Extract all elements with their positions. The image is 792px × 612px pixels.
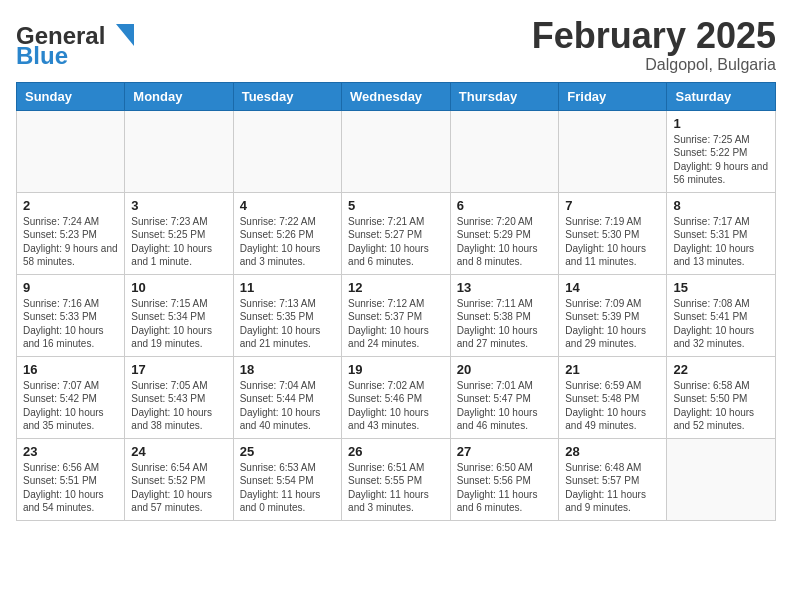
svg-marker-2	[116, 24, 134, 46]
day-info: Sunrise: 7:15 AM Sunset: 5:34 PM Dayligh…	[131, 297, 226, 351]
day-number: 17	[131, 362, 226, 377]
calendar-cell: 8Sunrise: 7:17 AM Sunset: 5:31 PM Daylig…	[667, 192, 776, 274]
day-number: 22	[673, 362, 769, 377]
calendar-cell	[17, 110, 125, 192]
day-number: 9	[23, 280, 118, 295]
day-number: 3	[131, 198, 226, 213]
weekday-header-friday: Friday	[559, 82, 667, 110]
calendar-cell	[342, 110, 451, 192]
day-number: 4	[240, 198, 335, 213]
calendar-week-row: 2Sunrise: 7:24 AM Sunset: 5:23 PM Daylig…	[17, 192, 776, 274]
day-number: 28	[565, 444, 660, 459]
day-info: Sunrise: 7:08 AM Sunset: 5:41 PM Dayligh…	[673, 297, 769, 351]
day-number: 20	[457, 362, 553, 377]
day-info: Sunrise: 7:09 AM Sunset: 5:39 PM Dayligh…	[565, 297, 660, 351]
calendar-cell: 15Sunrise: 7:08 AM Sunset: 5:41 PM Dayli…	[667, 274, 776, 356]
day-info: Sunrise: 6:56 AM Sunset: 5:51 PM Dayligh…	[23, 461, 118, 515]
day-info: Sunrise: 7:22 AM Sunset: 5:26 PM Dayligh…	[240, 215, 335, 269]
day-number: 15	[673, 280, 769, 295]
day-info: Sunrise: 7:21 AM Sunset: 5:27 PM Dayligh…	[348, 215, 444, 269]
calendar-cell	[667, 438, 776, 520]
location-subtitle: Dalgopol, Bulgaria	[532, 56, 776, 74]
day-info: Sunrise: 6:51 AM Sunset: 5:55 PM Dayligh…	[348, 461, 444, 515]
day-number: 13	[457, 280, 553, 295]
calendar-cell	[233, 110, 341, 192]
day-number: 25	[240, 444, 335, 459]
calendar-cell	[125, 110, 233, 192]
calendar-cell: 3Sunrise: 7:23 AM Sunset: 5:25 PM Daylig…	[125, 192, 233, 274]
calendar-cell: 13Sunrise: 7:11 AM Sunset: 5:38 PM Dayli…	[450, 274, 559, 356]
day-info: Sunrise: 6:59 AM Sunset: 5:48 PM Dayligh…	[565, 379, 660, 433]
day-number: 18	[240, 362, 335, 377]
day-info: Sunrise: 6:58 AM Sunset: 5:50 PM Dayligh…	[673, 379, 769, 433]
day-number: 16	[23, 362, 118, 377]
calendar-week-row: 23Sunrise: 6:56 AM Sunset: 5:51 PM Dayli…	[17, 438, 776, 520]
calendar-table: SundayMondayTuesdayWednesdayThursdayFrid…	[16, 82, 776, 521]
day-number: 23	[23, 444, 118, 459]
calendar-cell: 10Sunrise: 7:15 AM Sunset: 5:34 PM Dayli…	[125, 274, 233, 356]
day-number: 24	[131, 444, 226, 459]
weekday-header-tuesday: Tuesday	[233, 82, 341, 110]
calendar-cell: 21Sunrise: 6:59 AM Sunset: 5:48 PM Dayli…	[559, 356, 667, 438]
calendar-cell: 26Sunrise: 6:51 AM Sunset: 5:55 PM Dayli…	[342, 438, 451, 520]
day-number: 14	[565, 280, 660, 295]
day-number: 21	[565, 362, 660, 377]
day-number: 26	[348, 444, 444, 459]
calendar-cell: 7Sunrise: 7:19 AM Sunset: 5:30 PM Daylig…	[559, 192, 667, 274]
day-number: 10	[131, 280, 226, 295]
weekday-header-saturday: Saturday	[667, 82, 776, 110]
day-info: Sunrise: 7:19 AM Sunset: 5:30 PM Dayligh…	[565, 215, 660, 269]
calendar-cell: 4Sunrise: 7:22 AM Sunset: 5:26 PM Daylig…	[233, 192, 341, 274]
svg-text:Blue: Blue	[16, 42, 68, 66]
day-number: 6	[457, 198, 553, 213]
day-info: Sunrise: 7:01 AM Sunset: 5:47 PM Dayligh…	[457, 379, 553, 433]
calendar-cell: 6Sunrise: 7:20 AM Sunset: 5:29 PM Daylig…	[450, 192, 559, 274]
day-info: Sunrise: 7:12 AM Sunset: 5:37 PM Dayligh…	[348, 297, 444, 351]
day-number: 8	[673, 198, 769, 213]
weekday-header-thursday: Thursday	[450, 82, 559, 110]
calendar-week-row: 1Sunrise: 7:25 AM Sunset: 5:22 PM Daylig…	[17, 110, 776, 192]
weekday-header-sunday: Sunday	[17, 82, 125, 110]
day-info: Sunrise: 7:13 AM Sunset: 5:35 PM Dayligh…	[240, 297, 335, 351]
day-number: 1	[673, 116, 769, 131]
day-info: Sunrise: 6:50 AM Sunset: 5:56 PM Dayligh…	[457, 461, 553, 515]
header: General Blue February 2025 Dalgopol, Bul…	[16, 16, 776, 74]
logo: General Blue	[16, 16, 146, 66]
day-info: Sunrise: 7:04 AM Sunset: 5:44 PM Dayligh…	[240, 379, 335, 433]
calendar-cell: 14Sunrise: 7:09 AM Sunset: 5:39 PM Dayli…	[559, 274, 667, 356]
calendar-week-row: 9Sunrise: 7:16 AM Sunset: 5:33 PM Daylig…	[17, 274, 776, 356]
calendar-cell: 23Sunrise: 6:56 AM Sunset: 5:51 PM Dayli…	[17, 438, 125, 520]
day-info: Sunrise: 6:54 AM Sunset: 5:52 PM Dayligh…	[131, 461, 226, 515]
day-info: Sunrise: 7:11 AM Sunset: 5:38 PM Dayligh…	[457, 297, 553, 351]
day-number: 11	[240, 280, 335, 295]
calendar-cell: 18Sunrise: 7:04 AM Sunset: 5:44 PM Dayli…	[233, 356, 341, 438]
day-number: 27	[457, 444, 553, 459]
calendar-cell: 17Sunrise: 7:05 AM Sunset: 5:43 PM Dayli…	[125, 356, 233, 438]
calendar-cell	[450, 110, 559, 192]
calendar-cell: 27Sunrise: 6:50 AM Sunset: 5:56 PM Dayli…	[450, 438, 559, 520]
calendar-cell: 24Sunrise: 6:54 AM Sunset: 5:52 PM Dayli…	[125, 438, 233, 520]
day-info: Sunrise: 7:23 AM Sunset: 5:25 PM Dayligh…	[131, 215, 226, 269]
calendar-cell: 19Sunrise: 7:02 AM Sunset: 5:46 PM Dayli…	[342, 356, 451, 438]
day-info: Sunrise: 7:24 AM Sunset: 5:23 PM Dayligh…	[23, 215, 118, 269]
calendar-cell: 20Sunrise: 7:01 AM Sunset: 5:47 PM Dayli…	[450, 356, 559, 438]
calendar-cell: 28Sunrise: 6:48 AM Sunset: 5:57 PM Dayli…	[559, 438, 667, 520]
calendar-cell	[559, 110, 667, 192]
calendar-week-row: 16Sunrise: 7:07 AM Sunset: 5:42 PM Dayli…	[17, 356, 776, 438]
day-number: 5	[348, 198, 444, 213]
calendar-cell: 16Sunrise: 7:07 AM Sunset: 5:42 PM Dayli…	[17, 356, 125, 438]
weekday-header-wednesday: Wednesday	[342, 82, 451, 110]
title-area: February 2025 Dalgopol, Bulgaria	[532, 16, 776, 74]
day-info: Sunrise: 7:20 AM Sunset: 5:29 PM Dayligh…	[457, 215, 553, 269]
day-info: Sunrise: 7:07 AM Sunset: 5:42 PM Dayligh…	[23, 379, 118, 433]
calendar-cell: 11Sunrise: 7:13 AM Sunset: 5:35 PM Dayli…	[233, 274, 341, 356]
calendar-cell: 2Sunrise: 7:24 AM Sunset: 5:23 PM Daylig…	[17, 192, 125, 274]
day-info: Sunrise: 7:25 AM Sunset: 5:22 PM Dayligh…	[673, 133, 769, 187]
day-info: Sunrise: 6:53 AM Sunset: 5:54 PM Dayligh…	[240, 461, 335, 515]
day-number: 2	[23, 198, 118, 213]
calendar-cell: 5Sunrise: 7:21 AM Sunset: 5:27 PM Daylig…	[342, 192, 451, 274]
calendar-cell: 1Sunrise: 7:25 AM Sunset: 5:22 PM Daylig…	[667, 110, 776, 192]
logo-icon: General Blue	[16, 16, 146, 66]
day-info: Sunrise: 7:17 AM Sunset: 5:31 PM Dayligh…	[673, 215, 769, 269]
day-info: Sunrise: 7:16 AM Sunset: 5:33 PM Dayligh…	[23, 297, 118, 351]
